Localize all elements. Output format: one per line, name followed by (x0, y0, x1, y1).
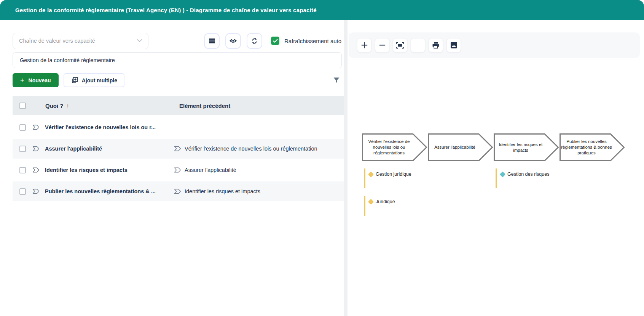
row-what[interactable]: Publier les nouvelles règlementations & … (45, 188, 174, 194)
capability-diamond-icon (368, 171, 374, 177)
app-window: Gestion de la conformité règlementaire (… (0, 0, 644, 316)
row-checkbox[interactable] (19, 188, 26, 195)
capability-bar (364, 168, 365, 188)
multi-add-label: Ajout multiple (82, 77, 117, 83)
funnel-icon (333, 77, 340, 83)
chevron-down-icon (137, 39, 142, 42)
column-header-what[interactable]: Quoi ? ↑ (45, 103, 179, 109)
view-type-value: Chaîne de valeur vers capacité (19, 38, 137, 44)
new-button-label: Nouveau (29, 77, 51, 83)
auto-refresh-checkbox[interactable] (271, 37, 279, 45)
table-row[interactable]: Vérifier l'existence de nouvelles lois o… (13, 117, 344, 137)
check-icon (273, 39, 278, 43)
capability-item[interactable]: Juridique (364, 196, 395, 216)
plus-icon: + (20, 77, 24, 84)
refresh-button[interactable] (247, 33, 262, 49)
value-chain-element-icon (32, 125, 40, 130)
row-prev[interactable]: Identifier les risques et impacts (174, 188, 260, 194)
select-all-checkbox[interactable] (19, 103, 26, 109)
elements-table: Quoi ? ↑ Elément précédent Vérifier l'ex… (13, 96, 344, 201)
diagram-canvas[interactable]: Vérifier l'existence de nouvelles lois o… (349, 20, 644, 316)
filter-button[interactable] (333, 77, 340, 83)
auto-refresh-toggle[interactable]: Rafraîchissement auto (271, 37, 341, 45)
actions-row: + Nouveau Ajout multiple (13, 73, 342, 87)
page-title: Gestion de la conformité règlementaire (… (15, 7, 317, 13)
row-prev-label: Vérifier l'existence de nouvelles lois o… (185, 146, 317, 152)
row-what[interactable]: Vérifier l'existence de nouvelles lois o… (45, 124, 174, 130)
column-what-label: Quoi ? (45, 103, 64, 109)
row-checkbox[interactable] (19, 146, 26, 152)
multi-add-button[interactable]: Ajout multiple (64, 73, 124, 87)
table-body: Vérifier l'existence de nouvelles lois o… (13, 117, 344, 201)
value-chain-shape[interactable]: Vérifier l'existence de nouvelles lois o… (362, 133, 427, 161)
multi-add-icon (71, 77, 78, 84)
capability-label: Gestion juridique (376, 172, 411, 177)
row-prev[interactable]: Assurer l'applicabilité (174, 167, 236, 173)
capability-bar (496, 168, 497, 188)
value-chain-element-icon (32, 189, 40, 194)
column-header-previous[interactable]: Elément précédent (179, 103, 230, 109)
value-chain-element-icon (32, 146, 40, 151)
refresh-icon (251, 37, 258, 45)
panel-divider[interactable] (344, 20, 348, 316)
new-button[interactable]: + Nouveau (13, 73, 59, 87)
value-chain-element-icon (174, 167, 181, 173)
capability-label: Juridique (376, 199, 395, 204)
capability-item[interactable]: Gestion juridique (364, 168, 411, 188)
table-header: Quoi ? ↑ Elément précédent (13, 96, 344, 115)
diagram-panel: Vérifier l'existence de nouvelles lois o… (349, 20, 644, 316)
view-type-select[interactable]: Chaîne de valeur vers capacité (13, 33, 148, 49)
eye-icon (229, 38, 237, 44)
controls-row: Chaîne de valeur vers capacité (13, 32, 344, 49)
row-what[interactable]: Assurer l'applicabilité (45, 146, 174, 152)
row-prev-label: Assurer l'applicabilité (185, 167, 236, 173)
view-toolbar (204, 33, 262, 49)
capability-item[interactable]: Gestion des risques (496, 168, 549, 188)
value-chain-element-icon (32, 167, 40, 173)
value-chain-label: Assurer l'applicabilité (429, 133, 480, 161)
value-chain-shape[interactable]: Publier les nouvelles règlementations & … (560, 133, 625, 161)
row-checkbox[interactable] (19, 167, 26, 173)
auto-refresh-label: Rafraîchissement auto (284, 38, 341, 44)
list-panel: Chaîne de valeur vers capacité (0, 20, 344, 316)
row-what[interactable]: Identifier les risques et impacts (45, 167, 174, 173)
capability-label: Gestion des risques (507, 172, 549, 177)
preview-button[interactable] (225, 33, 241, 49)
value-chain-element-icon (174, 146, 181, 151)
value-chain-element-icon (174, 189, 181, 194)
value-chain-label: Publier les nouvelles règlementations & … (561, 133, 612, 161)
list-layout-button[interactable] (204, 33, 220, 49)
row-checkbox[interactable] (19, 124, 26, 131)
rows-icon (209, 38, 215, 44)
table-row[interactable]: Assurer l'applicabilité Vérifier l'exist… (13, 139, 344, 159)
element-name-input[interactable] (13, 52, 342, 68)
capability-bar (364, 196, 365, 216)
value-chain-shape[interactable]: Identifier les risques et impacts (494, 133, 559, 161)
row-prev-label: Identifier les risques et impacts (185, 188, 260, 194)
value-chain-label: Vérifier l'existence de nouvelles lois o… (363, 133, 414, 161)
row-prev[interactable]: Vérifier l'existence de nouvelles lois o… (174, 146, 317, 152)
capability-diamond-icon (368, 199, 374, 205)
sort-asc-icon[interactable]: ↑ (67, 103, 69, 109)
table-row[interactable]: Publier les nouvelles règlementations & … (13, 181, 344, 201)
value-chain-label: Identifier les risques et impacts (495, 133, 546, 161)
value-chain-shape[interactable]: Assurer l'applicabilité (428, 133, 493, 161)
table-row[interactable]: Identifier les risques et impacts Assure… (13, 160, 344, 180)
titlebar: Gestion de la conformité règlementaire (… (0, 0, 644, 20)
capability-diamond-icon (500, 171, 506, 177)
